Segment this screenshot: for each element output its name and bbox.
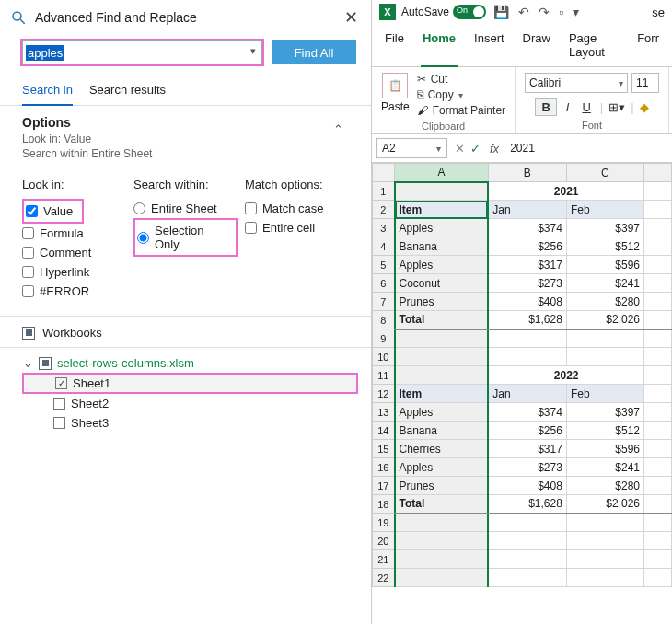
row-header-20[interactable]: 20 — [373, 532, 395, 550]
cell[interactable]: Banana — [395, 422, 489, 440]
tab-formulas[interactable]: Forr — [635, 28, 661, 66]
font-name-select[interactable]: Calibri▾ — [525, 73, 628, 93]
cell[interactable] — [644, 477, 672, 495]
entire-cell[interactable]: Entire cell — [245, 218, 349, 237]
row-header-18[interactable]: 18 — [373, 495, 395, 514]
checkbox-icon[interactable] — [53, 417, 65, 429]
cell[interactable]: Banana — [395, 237, 489, 256]
row-header-3[interactable]: 3 — [373, 219, 395, 237]
row-header-5[interactable]: 5 — [373, 256, 395, 274]
cell[interactable] — [644, 495, 672, 514]
cell[interactable]: $2,026 — [566, 311, 643, 329]
col-header-A[interactable]: A — [395, 164, 489, 182]
chevron-down-icon[interactable]: ▾ — [458, 90, 463, 100]
tab-page-layout[interactable]: Page Layout — [567, 28, 620, 66]
cell[interactable] — [488, 532, 566, 550]
cell[interactable] — [488, 514, 566, 532]
search-within-selection[interactable]: Selection Only — [137, 221, 226, 254]
row-header-22[interactable]: 22 — [373, 569, 395, 587]
cell[interactable]: $374 — [488, 403, 566, 422]
cell[interactable]: Total — [395, 495, 489, 514]
cell[interactable] — [644, 458, 672, 477]
cell[interactable]: Apples — [395, 403, 489, 422]
formula-input[interactable]: 2021 — [504, 142, 672, 155]
cancel-icon[interactable]: ✕ — [455, 142, 465, 156]
cell[interactable] — [644, 403, 672, 422]
cell[interactable] — [644, 348, 672, 366]
row-header-4[interactable]: 4 — [373, 237, 395, 256]
collapse-icon[interactable]: ⌃ — [333, 115, 349, 136]
cell[interactable] — [395, 550, 489, 569]
row-header-12[interactable]: 12 — [373, 385, 395, 403]
cell[interactable] — [644, 256, 672, 274]
look-in-value[interactable]: Value — [26, 202, 73, 221]
row-header-21[interactable]: 21 — [373, 550, 395, 569]
new-icon[interactable]: ▫ — [557, 5, 565, 19]
sheet1-row[interactable]: Sheet1 — [22, 373, 358, 394]
tab-file[interactable]: File — [383, 28, 406, 66]
worksheet-grid[interactable]: ABC120212ItemJanFeb3Apples$374$3974Banan… — [372, 163, 672, 624]
cell[interactable] — [395, 514, 489, 532]
cell[interactable]: Apples — [395, 458, 489, 477]
sheet3-row[interactable]: Sheet3 — [22, 413, 358, 433]
col-header-C[interactable]: C — [566, 164, 643, 182]
cell[interactable] — [488, 348, 566, 366]
search-input[interactable]: apples ▾ — [22, 40, 262, 64]
cell[interactable]: Prunes — [395, 293, 489, 311]
cell[interactable]: $280 — [566, 477, 643, 495]
cell[interactable] — [644, 311, 672, 329]
italic-button[interactable]: I — [562, 99, 574, 115]
cell[interactable] — [395, 329, 489, 348]
name-box[interactable]: A2▾ — [376, 138, 447, 158]
cell[interactable] — [566, 514, 643, 532]
cell[interactable]: $596 — [566, 256, 643, 274]
find-all-button[interactable]: Find All — [272, 40, 356, 64]
cell[interactable]: Coconut — [395, 274, 489, 293]
cell[interactable]: $273 — [488, 458, 566, 477]
look-in-formula[interactable]: Formula — [22, 224, 126, 243]
cell[interactable] — [644, 201, 672, 219]
row-header-2[interactable]: 2 — [373, 201, 395, 219]
row-header-8[interactable]: 8 — [373, 311, 395, 329]
row-header-15[interactable]: 15 — [373, 440, 395, 458]
cell[interactable]: Item — [395, 201, 489, 219]
tab-insert[interactable]: Insert — [472, 28, 506, 66]
cell[interactable]: Feb — [566, 385, 643, 403]
caret-down-icon[interactable]: ⌄ — [22, 356, 33, 370]
tab-home[interactable]: Home — [421, 28, 458, 67]
close-icon[interactable]: ✕ — [340, 7, 362, 28]
cell[interactable]: $512 — [566, 237, 643, 256]
cell[interactable]: $1,628 — [488, 311, 566, 329]
cell[interactable] — [644, 366, 672, 385]
cell[interactable] — [644, 569, 672, 587]
font-size-select[interactable]: 11 — [631, 73, 659, 93]
cell[interactable] — [566, 348, 643, 366]
workbooks-header[interactable]: Workbooks — [0, 316, 371, 348]
row-header-13[interactable]: 13 — [373, 403, 395, 422]
chevron-down-icon[interactable]: ▾ — [619, 78, 623, 88]
cell[interactable] — [395, 569, 489, 587]
cell[interactable]: $256 — [488, 237, 566, 256]
copy-button[interactable]: ⎘Copy▾ — [417, 88, 505, 101]
tab-search-in[interactable]: Search in — [22, 79, 73, 106]
col-header-B[interactable]: B — [488, 164, 566, 182]
cell[interactable] — [566, 569, 643, 587]
checkbox-icon[interactable] — [53, 398, 65, 410]
cell[interactable]: $397 — [566, 403, 643, 422]
row-header-16[interactable]: 16 — [373, 458, 395, 477]
cut-button[interactable]: ✂Cut — [417, 73, 505, 86]
cell[interactable] — [644, 385, 672, 403]
cell[interactable] — [644, 440, 672, 458]
fill-color-button[interactable]: ◆ — [640, 100, 649, 114]
cell[interactable]: Item — [395, 385, 489, 403]
row-header-14[interactable]: 14 — [373, 422, 395, 440]
row-header-10[interactable]: 10 — [373, 348, 395, 366]
cell[interactable]: $374 — [488, 219, 566, 237]
tab-draw[interactable]: Draw — [521, 28, 552, 66]
cell[interactable] — [488, 329, 566, 348]
row-header-9[interactable]: 9 — [373, 329, 395, 348]
cell[interactable] — [644, 237, 672, 256]
cell[interactable]: $317 — [488, 256, 566, 274]
cell[interactable]: $317 — [488, 440, 566, 458]
cell[interactable]: Cherries — [395, 440, 489, 458]
